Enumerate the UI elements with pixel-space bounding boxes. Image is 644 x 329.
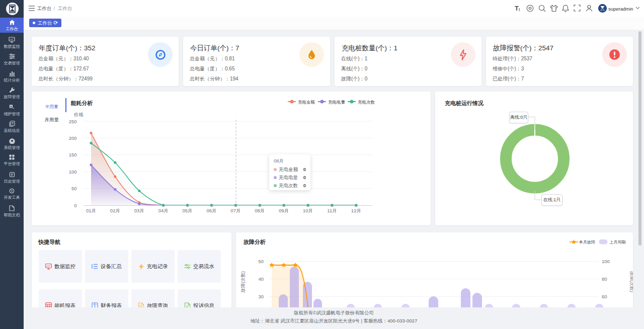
svg-text:100: 100 <box>69 169 77 175</box>
svg-text:充电电量: 充电电量 <box>328 100 346 105</box>
svg-text:60: 60 <box>602 294 607 299</box>
svg-text:0: 0 <box>74 203 76 208</box>
svg-text:t: t <box>519 7 520 12</box>
svg-text:50: 50 <box>71 186 77 191</box>
svg-text:80: 80 <box>602 276 607 282</box>
svg-text:故障(次数): 故障(次数) <box>629 271 633 292</box>
svg-text:200: 200 <box>69 135 77 141</box>
svg-text:50: 50 <box>258 259 264 264</box>
svg-text:上月同期: 上月同期 <box>609 240 626 244</box>
svg-text:03月: 03月 <box>134 208 144 213</box>
svg-text:充电金额: 充电金额 <box>298 100 315 105</box>
svg-text:本月故障: 本月故障 <box>579 240 595 244</box>
svg-text:08月: 08月 <box>255 208 265 213</box>
svg-text:07月: 07月 <box>230 208 240 213</box>
svg-text:09月: 09月 <box>279 208 289 213</box>
svg-text:40: 40 <box>258 276 264 282</box>
svg-text:02月: 02月 <box>110 208 120 213</box>
svg-text:04月: 04月 <box>158 208 169 213</box>
svg-text:价格: 价格 <box>73 112 84 117</box>
svg-text:250: 250 <box>69 119 77 124</box>
svg-text:06月: 06月 <box>206 208 216 213</box>
svg-text:100: 100 <box>602 259 610 264</box>
svg-text:T: T <box>515 5 519 12</box>
svg-text:01月: 01月 <box>86 208 96 213</box>
svg-text:故障(次数): 故障(次数) <box>240 271 246 293</box>
svg-text:10月: 10月 <box>303 208 313 213</box>
svg-text:11月: 11月 <box>327 208 337 213</box>
svg-text:充电次数: 充电次数 <box>358 100 375 105</box>
svg-text:05月: 05月 <box>183 208 193 213</box>
svg-text:12月: 12月 <box>351 208 361 213</box>
svg-text:30: 30 <box>258 294 264 299</box>
svg-text:150: 150 <box>69 152 77 157</box>
